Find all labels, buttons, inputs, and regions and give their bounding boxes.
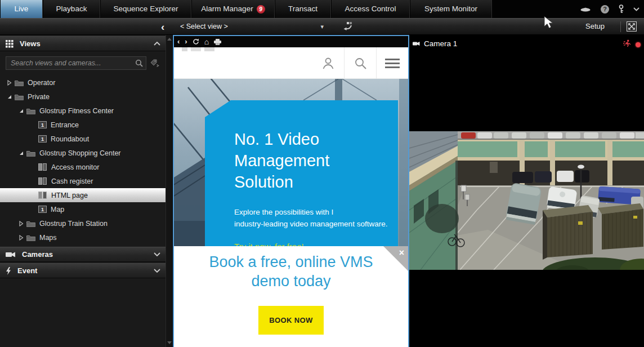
folder-icon (26, 234, 35, 241)
browser-print-icon[interactable] (214, 39, 221, 45)
folder-icon (26, 150, 35, 157)
expand-expanded-icon[interactable] (19, 150, 26, 156)
status-icon[interactable] (580, 6, 591, 12)
views-panel-title: Views (20, 39, 154, 48)
key-login-icon[interactable] (619, 5, 624, 14)
smart-client-window: Live Playback Sequence Explorer Alarm Ma… (0, 0, 644, 347)
browser-back-icon[interactable]: ‹ (177, 37, 180, 47)
site-search-icon[interactable] (345, 47, 376, 79)
camera-title: Camera 1 (424, 39, 457, 48)
chevron-up-icon[interactable] (154, 42, 160, 46)
event-panel-title: Event (17, 266, 154, 275)
camera-icon (6, 251, 16, 258)
recording-indicator-dot (636, 42, 641, 47)
help-icon[interactable]: ? (601, 5, 609, 14)
hero-text-line2: industry-leading video management softwa… (234, 218, 398, 230)
tab-access-control[interactable]: Access Control (331, 0, 410, 18)
website-header (174, 47, 408, 79)
tree-item-maps[interactable]: Maps (0, 230, 166, 244)
folder-icon (15, 79, 24, 86)
panes-collapse-icon[interactable]: ‹ (161, 20, 164, 34)
hero-text-line1: Explore the possibilities with I (234, 206, 398, 218)
tree-item-private[interactable]: Private (0, 90, 166, 104)
browser-home-icon[interactable]: ⌂ (204, 37, 209, 47)
tab-playback[interactable]: Playback (43, 0, 100, 18)
view-shortcut-icon[interactable] (342, 22, 354, 34)
expand-collapsed-icon[interactable] (7, 80, 15, 86)
single-view-icon: 1 (38, 135, 47, 143)
cameras-panel-header[interactable]: Cameras (0, 247, 166, 262)
camera-video-frame (409, 131, 644, 270)
tree-item-entrance[interactable]: 1 Entrance (0, 118, 166, 132)
tab-alarm-manager[interactable]: Alarm Manager 9 (191, 0, 275, 18)
fullscreen-toggle-icon[interactable] (627, 21, 637, 34)
browser-forward-icon[interactable]: › (185, 37, 187, 47)
cameras-panel-title: Cameras (22, 250, 154, 259)
demo-popup: Book a free, online VMS demo today BOOK … (174, 246, 408, 347)
try-free-link[interactable]: Try it now, for free! (234, 242, 398, 246)
tree-item-roundabout[interactable]: 1 Roundabout (0, 132, 166, 146)
tree-item-access-monitor[interactable]: Access monitor (0, 160, 166, 174)
hero-section: No. 1 Video Management Solution Explore … (174, 79, 408, 246)
views-panel-header[interactable]: Views (0, 36, 166, 51)
account-person-icon[interactable] (312, 47, 344, 79)
popup-title-line1: Book a free, online VMS (174, 252, 408, 272)
toolbar-divider (620, 21, 621, 32)
sidebar: Views O (0, 35, 173, 347)
tree-item-operator[interactable]: Operator (0, 75, 166, 90)
chevron-down-icon[interactable] (154, 252, 160, 256)
tree-item-html-page[interactable]: HTML page (0, 188, 166, 202)
expand-collapsed-icon[interactable] (19, 221, 26, 226)
single-view-icon: 1 (38, 121, 47, 128)
tree-item-glostrup-train-station[interactable]: Glostrup Train Station (0, 216, 166, 230)
chevron-down-icon[interactable] (633, 7, 639, 11)
tree-item-glostrup-fitness-center[interactable]: Glostrup Fitness Center (0, 104, 166, 118)
multi-view-icon (38, 163, 47, 171)
tab-transact[interactable]: Transact (275, 0, 331, 18)
dropdown-caret-icon: ▾ (320, 23, 324, 30)
scroll-down-arrow[interactable] (167, 341, 172, 344)
tag-filter-icon[interactable] (150, 59, 160, 68)
folder-icon (26, 220, 35, 227)
folder-icon (26, 108, 35, 114)
multi-view-icon (38, 177, 47, 185)
scroll-up-arrow[interactable] (167, 38, 172, 41)
webview-nav-toolbar: ‹ › ⌂ (174, 36, 408, 47)
close-icon[interactable]: × (399, 248, 404, 258)
mouse-cursor (544, 16, 556, 30)
tab-system-monitor[interactable]: System Monitor (410, 0, 492, 18)
book-now-button[interactable]: BOOK NOW (258, 306, 324, 335)
expand-expanded-icon[interactable] (7, 94, 15, 100)
views-tree: Operator Private Glostrup Fitness Center… (0, 75, 166, 244)
motion-indicator-icon (623, 39, 632, 50)
hero-banner: No. 1 Video Management Solution Explore … (205, 100, 398, 246)
browser-refresh-icon[interactable] (193, 38, 199, 45)
camera-icon (413, 39, 420, 48)
lightning-bolt-icon (6, 267, 11, 275)
hamburger-menu-icon[interactable] (377, 47, 408, 79)
setup-button[interactable]: Setup (585, 19, 605, 34)
event-panel-header[interactable]: Event (0, 263, 166, 278)
camera-1-view-tile[interactable]: Camera 1 (409, 35, 644, 347)
single-view-icon: 1 (38, 206, 47, 213)
folder-icon (15, 94, 24, 100)
tab-sequence-explorer[interactable]: Sequence Explorer (100, 0, 191, 18)
partial-logo (182, 47, 249, 51)
view-selector-dropdown[interactable]: < Select view > ▾ (180, 19, 324, 34)
html-page-view-tile[interactable]: ‹ › ⌂ (173, 35, 409, 347)
expand-expanded-icon[interactable] (19, 108, 26, 114)
tree-item-cash-register[interactable]: Cash register (0, 174, 166, 188)
popup-title-line2: demo today (174, 272, 408, 291)
expand-collapsed-icon[interactable] (19, 235, 26, 241)
views-grid-icon (6, 40, 14, 48)
tree-item-glostrup-shopping-center[interactable]: Glostrup Shopping Center (0, 146, 166, 160)
alarm-count-badge: 9 (257, 5, 265, 14)
multi-view-icon (38, 192, 47, 199)
sidebar-scrollbar[interactable] (166, 35, 172, 347)
tab-live[interactable]: Live (0, 0, 43, 18)
chevron-down-icon[interactable] (154, 269, 160, 273)
tree-item-map[interactable]: 1 Map (0, 202, 166, 216)
folded-corner (383, 246, 408, 271)
search-input[interactable] (6, 56, 146, 70)
search-icon (135, 59, 143, 69)
